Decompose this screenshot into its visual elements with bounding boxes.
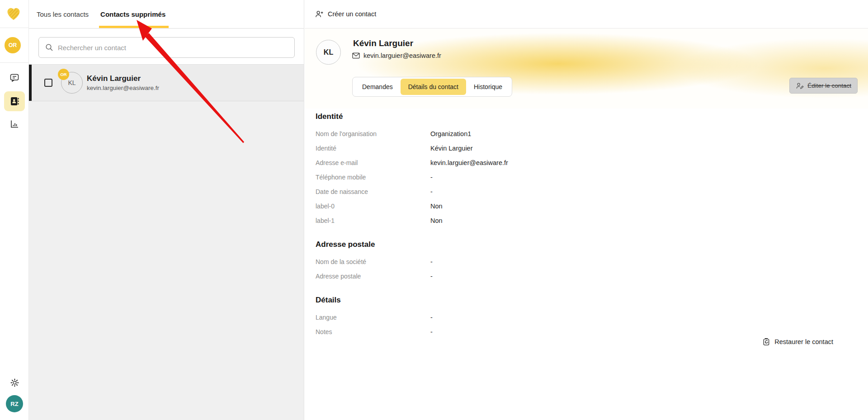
contacts-tabbar: Tous les contacts Contacts supprimés bbox=[29, 0, 304, 28]
detail-row: Date de naissance - bbox=[316, 184, 868, 199]
person-plus-icon bbox=[315, 9, 324, 19]
contact-detail-tabs: Demandes Détails du contact Historique bbox=[352, 77, 512, 97]
sidebar: OR bbox=[0, 0, 29, 420]
contact-name: Kévin Larguier bbox=[87, 74, 159, 83]
contacts-panel: Tous les contacts Contacts supprimés KL … bbox=[29, 0, 304, 420]
section-title-details: Détails bbox=[316, 296, 868, 305]
edit-contact-button[interactable]: Éditer le contact bbox=[789, 78, 858, 94]
tab-historique[interactable]: Historique bbox=[466, 79, 510, 95]
selected-indicator bbox=[29, 65, 32, 101]
detail-row: Langue - bbox=[316, 310, 868, 325]
tab-demandes[interactable]: Demandes bbox=[354, 79, 401, 95]
detail-row: Nom de l'organisation Organization1 bbox=[316, 127, 868, 141]
app-window: OR bbox=[0, 0, 868, 420]
search-area bbox=[29, 29, 304, 65]
section-title-identite: Identité bbox=[316, 112, 868, 121]
contact-header: KL Kévin Larguier kevin.larguier@easiwar… bbox=[305, 28, 868, 109]
sidebar-divider bbox=[0, 62, 29, 63]
detail-row: Adresse e-mail kevin.larguier@easiware.f… bbox=[316, 156, 868, 170]
main-topbar: Créer un contact bbox=[305, 0, 868, 28]
detail-row: label-1 Non bbox=[316, 213, 868, 228]
tab-details-du-contact[interactable]: Détails du contact bbox=[401, 79, 466, 95]
detail-row: Nom de la société - bbox=[316, 255, 868, 269]
contact-list-item[interactable]: KL OR Kévin Larguier kevin.larguier@easi… bbox=[29, 65, 304, 101]
create-contact-button[interactable]: Créer un contact bbox=[315, 9, 376, 19]
contact-header-name: Kévin Larguier bbox=[353, 38, 413, 48]
contact-search[interactable] bbox=[38, 37, 295, 58]
restore-contact-button[interactable]: Restaurer le contact bbox=[762, 337, 833, 346]
sidebar-divider bbox=[0, 28, 29, 28]
trash-restore-icon bbox=[762, 337, 770, 346]
contacts-icon[interactable] bbox=[4, 91, 25, 111]
contact-email: kevin.larguier@easiware.fr bbox=[87, 85, 159, 91]
detail-row: label-0 Non bbox=[316, 199, 868, 213]
contact-header-email: kevin.larguier@easiware.fr bbox=[363, 52, 441, 59]
contact-avatar: KL OR bbox=[61, 72, 83, 94]
contact-checkbox[interactable] bbox=[44, 79, 52, 87]
tab-contacts-supprimes[interactable]: Contacts supprimés bbox=[100, 0, 166, 28]
tab-tous-les-contacts[interactable]: Tous les contacts bbox=[36, 0, 89, 28]
org-avatar[interactable]: OR bbox=[5, 37, 21, 53]
detail-row: Adresse postale - bbox=[316, 269, 868, 283]
chat-icon[interactable] bbox=[4, 69, 25, 87]
org-badge: OR bbox=[58, 69, 69, 80]
section-title-adresse-postale: Adresse postale bbox=[316, 240, 868, 249]
main-area: Créer un contact KL Kévin Larguier kevin… bbox=[305, 0, 868, 420]
detail-row: Identité Kévin Larguier bbox=[316, 141, 868, 156]
search-icon bbox=[45, 43, 53, 52]
contact-details: Identité Nom de l'organisation Organizat… bbox=[316, 109, 868, 339]
mail-icon bbox=[352, 52, 360, 59]
detail-row: Téléphone mobile - bbox=[316, 170, 868, 184]
easiware-logo-icon[interactable] bbox=[4, 4, 24, 24]
contacts-list: KL OR Kévin Larguier kevin.larguier@easi… bbox=[29, 65, 304, 420]
stats-icon[interactable] bbox=[4, 115, 25, 133]
search-input[interactable] bbox=[58, 44, 288, 52]
settings-icon[interactable] bbox=[5, 377, 24, 388]
contact-header-avatar: KL bbox=[316, 40, 341, 65]
person-edit-icon bbox=[796, 82, 804, 90]
user-avatar[interactable]: RZ bbox=[6, 395, 23, 412]
